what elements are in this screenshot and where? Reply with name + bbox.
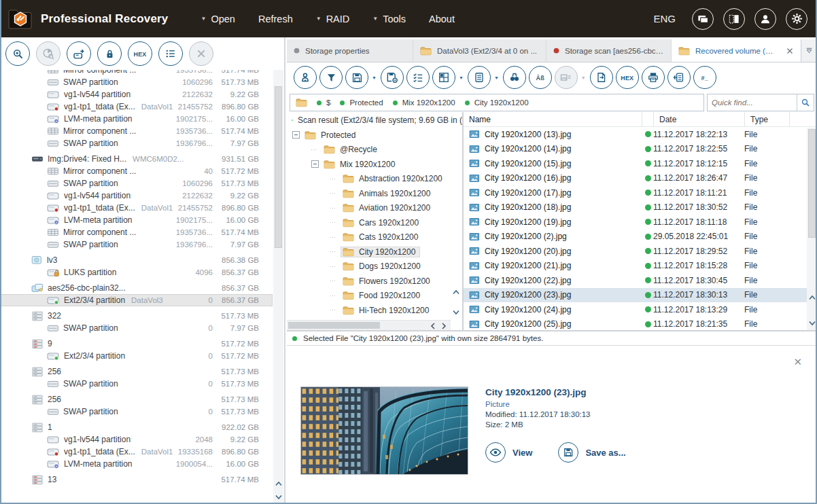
- report-button[interactable]: [642, 66, 665, 89]
- view-button[interactable]: View: [485, 442, 532, 463]
- file-row[interactable]: City 1920x1200 (13).jpg11.12.2017 18:22:…: [464, 127, 817, 142]
- storage-tree-row[interactable]: vg1-lv544 partition21226329.22 GB: [0, 190, 273, 202]
- storage-tree-row[interactable]: SWAP partition1936796...7.97 GB: [0, 137, 273, 149]
- scroll-down-icon[interactable]: [275, 494, 282, 500]
- scan-result-root[interactable]: Scan result (Ext2/3/4 file system; 9.69 …: [287, 112, 462, 128]
- find-button[interactable]: [503, 66, 526, 89]
- scrollbar-thumb[interactable]: [275, 86, 282, 248]
- open-image-button[interactable]: [67, 41, 91, 66]
- properties-button[interactable]: [158, 41, 183, 66]
- collapse-icon[interactable]: [311, 160, 319, 168]
- menu-refresh[interactable]: Refresh: [258, 14, 293, 24]
- file-row[interactable]: City 1920x1200 (23).jpg11.12.2017 18:30:…: [464, 288, 817, 303]
- quick-find-input[interactable]: [708, 98, 797, 107]
- folder-tree-item[interactable]: Abstraction 1920x1200: [287, 172, 462, 187]
- panel-layout-button[interactable]: [723, 8, 745, 30]
- folder-tree-item[interactable]: Dogs 1920x1200: [287, 259, 462, 274]
- column-header-status[interactable]: [642, 112, 654, 126]
- file-row[interactable]: City 1920x1200 (18).jpg11.12.2017 18:30:…: [464, 200, 817, 215]
- filter-button[interactable]: [319, 66, 343, 89]
- storage-tree-row[interactable]: vg1-tp1_tdata (Ex...DataVol121455752896.…: [0, 101, 273, 113]
- settings-button[interactable]: [786, 8, 807, 30]
- storage-tree-row[interactable]: vg1-tp1_tdata (Ex...DataVol119335168896.…: [0, 446, 273, 458]
- storage-tree-row[interactable]: LVM-meta partition1902175...16.00 GB: [0, 214, 273, 226]
- folder-tree-item[interactable]: Mix 1920x1200: [287, 157, 462, 172]
- recovery-status-button[interactable]: [294, 66, 317, 89]
- column-header-size[interactable]: Size: [790, 112, 817, 126]
- dropdown-caret-icon[interactable]: ▼: [494, 75, 499, 80]
- menu-tools[interactable]: ▼Tools: [372, 14, 406, 24]
- folder-tree-item[interactable]: Hi-Tech 1920x1200: [287, 303, 462, 318]
- scroll-down-icon[interactable]: [809, 321, 816, 326]
- save-as-button[interactable]: Save as...: [558, 442, 625, 463]
- breadcrumb-item[interactable]: City 1920x1200: [465, 98, 529, 107]
- tab-3[interactable]: Recovered volume (sect...: [672, 39, 801, 62]
- tab-2[interactable]: Storage scan [aes256-cbc-pl...: [546, 39, 672, 62]
- view-layout-button[interactable]: [432, 66, 455, 89]
- tab-0[interactable]: Storage properties: [287, 39, 413, 62]
- storage-tree-row[interactable]: Mirror component ...1935736...517.74 MB: [0, 226, 273, 238]
- storage-tree-row[interactable]: Mirror component ...1935736...517.74 MB: [0, 70, 273, 76]
- storage-tree-row[interactable]: Mirror component ...1935736...517.74 MB: [0, 125, 273, 137]
- breadcrumb-item[interactable]: Protected: [340, 98, 383, 107]
- scroll-right-icon[interactable]: [441, 323, 447, 329]
- storage-tree-row[interactable]: 1922.02 GB: [0, 421, 273, 433]
- tab-list-button[interactable]: [801, 39, 817, 62]
- scroll-left-icon[interactable]: [430, 323, 436, 329]
- folder-tree-item[interactable]: Cars 1920x1200: [287, 215, 462, 230]
- breadcrumb-item[interactable]: Mix 1920x1200: [393, 98, 455, 107]
- save-selection-button[interactable]: [345, 66, 368, 89]
- column-header-date[interactable]: Date: [654, 112, 745, 126]
- folder-tree-item[interactable]: City 1920x1200: [287, 245, 462, 259]
- storage-tree-row[interactable]: aes256-cbc-plain32...856.37 GB: [0, 282, 273, 294]
- task-list-button[interactable]: [692, 8, 714, 30]
- storage-search-button[interactable]: [5, 41, 30, 66]
- file-row[interactable]: City 1920x1200 (22).jpg11.12.2017 18:30:…: [464, 273, 817, 288]
- storage-tree-row[interactable]: LVM-meta partition1902175...16.00 GB: [0, 113, 273, 125]
- close-storage-button[interactable]: [189, 41, 213, 66]
- file-row[interactable]: City 1920x1200 (20).jpg11.12.2017 18:29:…: [464, 244, 817, 259]
- folder-tree-item[interactable]: Aviation 1920x1200: [287, 201, 462, 216]
- file-row[interactable]: City 1920x1200 (24).jpg11.12.2017 18:13:…: [464, 302, 817, 317]
- storage-tree-row[interactable]: Ext2/3/4 partition0517.72 MB: [0, 350, 273, 362]
- folder-tree-hscrollbar[interactable]: [287, 320, 451, 330]
- file-row[interactable]: City 1920x1200 (21).jpg11.12.2017 18:15:…: [464, 259, 817, 274]
- storage-tree-row[interactable]: Mirror component ...40517.72 MB: [0, 165, 273, 177]
- storage-tree-row[interactable]: vg1-lv544 partition20489.22 GB: [0, 433, 273, 446]
- scroll-up-icon[interactable]: [275, 481, 282, 486]
- storage-tree-row[interactable]: 256517.73 MB: [0, 393, 273, 406]
- storage-tree-row[interactable]: SWAP partition1936796...7.97 GB: [0, 238, 273, 251]
- file-row[interactable]: City 1920x1200 (2).jpg29.05.2018 22:45:0…: [464, 230, 817, 245]
- folder-tree-item[interactable]: Food 1920x1200: [287, 289, 462, 304]
- decrypt-storage-button[interactable]: [97, 41, 122, 66]
- storage-tree-row[interactable]: SWAP partition1060296517.73 MB: [0, 76, 273, 88]
- file-row[interactable]: City 1920x1200 (25).jpg11.12.2017 18:21:…: [464, 317, 817, 331]
- menu-raid[interactable]: ▼RAID: [316, 14, 350, 24]
- file-row[interactable]: City 1920x1200 (19).jpg11.12.2017 18:11:…: [464, 215, 817, 230]
- dropdown-caret-icon[interactable]: ▼: [459, 75, 464, 80]
- storage-tree-row[interactable]: lv3856.38 GB: [0, 254, 273, 266]
- storage-tree-row[interactable]: vg1-tp1_tdata (Ex...DataVol121455752896.…: [0, 202, 273, 214]
- dropdown-caret-icon[interactable]: ▼: [372, 75, 377, 80]
- column-header-type[interactable]: Type: [745, 112, 790, 126]
- folder-tree-item[interactable]: @Recycle: [287, 143, 462, 158]
- storage-tree-row[interactable]: LUKS partition4096856.37 GB: [0, 266, 273, 278]
- scroll-up-icon[interactable]: [453, 289, 459, 295]
- close-preview-icon[interactable]: ✕: [793, 356, 802, 368]
- folder-tree-item[interactable]: Cats 1920x1200: [287, 230, 462, 245]
- encoding-button[interactable]: Āß: [529, 66, 552, 89]
- folder-tree-item[interactable]: Protected: [287, 128, 462, 143]
- hex-view-button[interactable]: HEX: [616, 66, 639, 89]
- sorting-button[interactable]: [468, 66, 491, 89]
- storage-tree-row[interactable]: 13517.74 MB: [0, 473, 273, 486]
- refresh-content-button[interactable]: [667, 66, 691, 89]
- menu-about[interactable]: About: [429, 14, 455, 24]
- copy-info-button[interactable]: [590, 66, 613, 89]
- storage-tree-row[interactable]: Img:Drive4: Fixed H...WMC6M0D2...931.51 …: [0, 153, 273, 165]
- scrollbar-thumb[interactable]: [808, 129, 816, 238]
- file-list-scrollbar[interactable]: [807, 128, 817, 330]
- folder-tree-item[interactable]: Animals 1920x1200: [287, 186, 462, 201]
- storage-tree-row[interactable]: Ext2/3/4 partitionDataVol30856.37 GB: [0, 294, 273, 306]
- storage-tree-row[interactable]: SWAP partition07.97 GB: [0, 322, 273, 334]
- storage-tree-row[interactable]: 322517.73 MB: [0, 310, 273, 322]
